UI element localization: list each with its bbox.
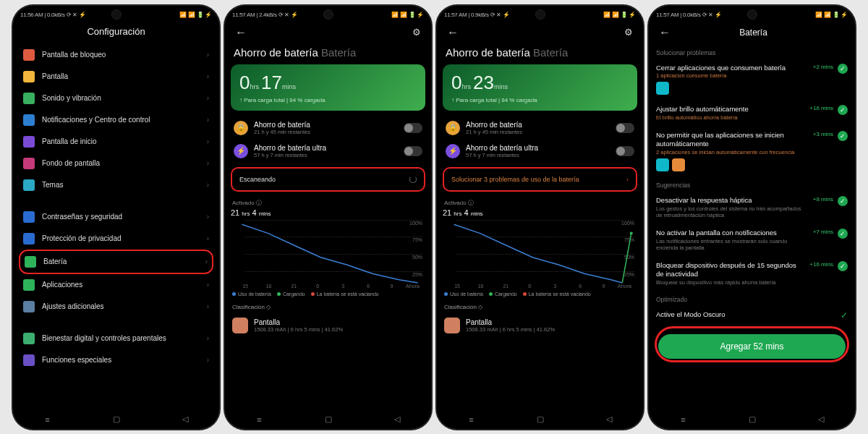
setting-row-bater-a[interactable]: Batería› [19,250,213,274]
page-title: Ahorro de batería Batería [443,45,637,64]
battery-saver-icon: 🔒 [446,121,460,135]
setting-icon [23,233,35,244]
phone-3-battery-problems: 11:57 AM | 0.9kB/s ⟳ ✕ ⚡ 📶 📶 🔋 ⚡ ← ⚙ Aho… [437,6,643,429]
charge-card[interactable]: 0hrs 17mins ↑ Para carga total | 84 % ca… [231,64,425,111]
check-icon[interactable]: ✓ [838,229,848,239]
notch [747,9,757,20]
spinner-icon [409,176,417,183]
opt-title: Active el Modo Oscuro [656,310,836,319]
battery-saver-toggle[interactable] [404,123,422,133]
battery-saver-row[interactable]: 🔒 Ahorro de batería 21 h y 45 min restan… [443,116,637,140]
fix-label: Solucionar 3 problemas de uso de la bate… [451,176,579,183]
problem-row[interactable]: Ajustar brillo automáticamenteEl brillo … [655,101,849,127]
app-icon [232,318,248,333]
nav-back[interactable]: ◁ [178,414,192,424]
chevron-right-icon: › [207,72,209,80]
nav-back[interactable]: ◁ [390,414,404,424]
screen-on-time: 21 hrs 4 mins [443,208,637,218]
setting-row-aplicaciones[interactable]: Aplicaciones› [19,274,213,296]
nav-menu[interactable]: ≡ [252,415,267,424]
setting-row-pantalla[interactable]: Pantalla› [19,66,213,88]
nav-home[interactable]: ▢ [321,414,336,424]
setting-row-ajustes-adicionales[interactable]: Ajustes adicionales› [19,296,213,318]
page-title: Ahorro de batería Batería [231,45,425,64]
nav-back[interactable]: ◁ [602,414,616,424]
battery-chart[interactable]: 100% 75% 50% 25% 15 18 21 0 3 6 9 Ahora [231,220,425,289]
setting-row-notificaciones-y-centro-de-control[interactable]: Notificaciones y Centro de control› [19,109,213,131]
ultra-saver-row[interactable]: ⚡ Ahorro de batería ultra 57 h y 7 min r… [443,140,637,163]
app-usage-row[interactable]: Pantalla 1508.33 mAh | 6 hrs 5 mins | 41… [231,313,425,338]
setting-label: Aplicaciones [42,281,82,289]
mode-sub: 57 h y 7 min restantes [254,152,326,158]
setting-label: Pantalla de bloqueo [42,51,106,59]
battery-chart[interactable]: 100% 75% 50% 25% 15 18 21 0 3 6 9 Ahora [443,220,637,289]
problem-title: No activar la pantalla con notificacione… [656,229,809,237]
setting-icon [23,279,35,291]
nav-menu[interactable]: ≡ [676,415,691,424]
ultra-saver-toggle[interactable] [404,146,422,156]
nav-menu[interactable]: ≡ [464,415,479,424]
back-button[interactable]: ← [232,23,250,42]
nav-menu[interactable]: ≡ [41,415,55,424]
problem-row[interactable]: No activar la pantalla con notificacione… [655,224,849,257]
notch [535,9,545,20]
setting-label: Notificaciones y Centro de control [42,116,150,124]
optimized-row[interactable]: Active el Modo Oscuro ✓ [655,306,849,326]
problem-row[interactable]: Desactivar la respuesta hápticaLos gesto… [655,192,849,224]
problem-row[interactable]: Bloquear dispositivo después de 15 segun… [655,257,849,292]
chart-legend: Uso de batería Cargando La batería se es… [231,290,425,301]
fix-problems-pill[interactable]: Solucionar 3 problemas de uso de la bate… [443,167,637,192]
settings-gear-icon[interactable]: ⚙ [409,24,424,41]
ultra-saver-toggle[interactable] [616,146,634,156]
setting-row-pantalla-de-inicio[interactable]: Pantalla de inicio› [19,131,213,153]
sort-row[interactable]: Clasificación ◇ [443,301,637,313]
setting-row-pantalla-de-bloqueo[interactable]: Pantalla de bloqueo› [19,44,213,66]
battery-saver-toggle[interactable] [616,123,634,133]
section-optimized: Optimizado [655,292,849,306]
settings-gear-icon[interactable]: ⚙ [621,24,636,41]
setting-row-sonido-y-vibraci-n[interactable]: Sonido y vibración› [19,88,213,109]
setting-row-bienestar-digital-y-controles-parentales[interactable]: Bienestar digital y controles parentales… [19,328,213,349]
ultra-saver-row[interactable]: ⚡ Ahorro de batería ultra 57 h y 7 min r… [231,140,425,163]
mode-name: Ahorro de batería ultra [254,144,326,152]
check-icon[interactable]: ✓ [838,196,848,206]
check-icon[interactable]: ✓ [838,64,848,74]
problem-row[interactable]: Cerrar aplicaciones que consumen batería… [655,59,849,101]
check-icon[interactable]: ✓ [838,261,848,271]
back-button[interactable]: ← [444,23,461,42]
add-mins-button[interactable]: Agregar 52 mins [658,334,846,359]
gain-label: +16 mins [809,261,833,268]
nav-home[interactable]: ▢ [109,414,124,424]
problem-title: Bloquear dispositivo después de 15 segun… [656,261,805,278]
setting-row-temas[interactable]: Temas› [19,174,213,196]
back-button[interactable]: ← [656,23,673,42]
gain-label: +3 mins [813,131,833,137]
problem-row[interactable]: No permitir que las aplicaciones se inic… [655,127,849,177]
chevron-right-icon: › [207,334,209,342]
problem-title: No permitir que las aplicaciones se inic… [656,131,809,148]
check-icon[interactable]: ✓ [838,131,848,141]
setting-row-funciones-especiales[interactable]: Funciones especiales› [19,349,213,371]
nav-back[interactable]: ◁ [814,414,828,424]
app-icon [444,318,460,333]
chevron-right-icon: › [207,302,209,310]
nav-home[interactable]: ▢ [745,414,760,424]
charge-card[interactable]: 0hrs 23mins ↑ Para carga total | 84 % ca… [443,64,637,111]
setting-label: Batería [43,258,67,265]
app-usage-row[interactable]: Pantalla 1508.33 mAh | 6 hrs 5 mins | 41… [443,313,637,338]
status-right: 📶 📶 🔋 ⚡ [391,12,424,18]
setting-row-fondo-de-pantalla[interactable]: Fondo de pantalla› [19,153,213,174]
screen-on-time: 21 hrs 4 mins [231,208,425,218]
setting-icon [23,136,35,148]
phone-2-battery-scanning: 11:57 AM | 2.4kB/s ⟳ ✕ ⚡ 📶 📶 🔋 ⚡ ← ⚙ Aho… [225,6,431,429]
setting-row-protecci-n-de-privacidad[interactable]: Protección de privacidad› [19,228,213,250]
setting-icon [23,354,35,366]
check-icon[interactable]: ✓ [838,105,848,115]
setting-row-contrase-as-y-seguridad[interactable]: Contraseñas y seguridad› [19,206,213,228]
status-left: 11:57 AM | 0.0kB/s ⟳ ✕ ⚡ [656,12,721,18]
battery-saver-row[interactable]: 🔒 Ahorro de batería 21 h y 45 min restan… [231,116,425,140]
problem-title: Cerrar aplicaciones que consumen batería [656,64,809,72]
nav-home[interactable]: ▢ [533,414,548,424]
scanning-pill[interactable]: Escaneando [231,167,425,192]
sort-row[interactable]: Clasificación ◇ [231,301,425,313]
